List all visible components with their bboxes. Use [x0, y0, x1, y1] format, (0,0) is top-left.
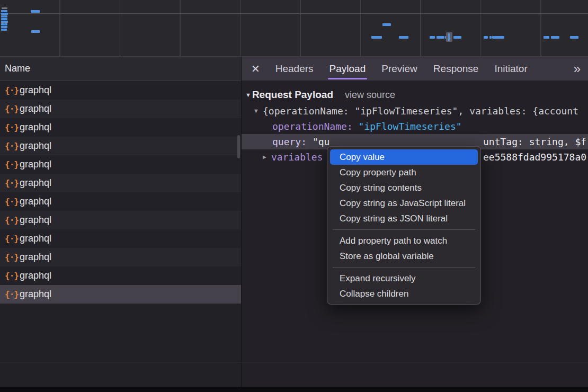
menu-separator: [333, 267, 475, 268]
request-name-label: graphql: [20, 196, 51, 207]
request-name-label: graphql: [20, 140, 51, 152]
menu-item-expand-recursively[interactable]: Expand recursively: [327, 271, 480, 286]
network-overview-timeline[interactable]: [0, 0, 588, 57]
section-title: Request Payload: [252, 89, 333, 101]
network-request-row[interactable]: {⋅}graphql: [0, 285, 241, 304]
request-name-label: graphql: [20, 270, 51, 281]
network-request-row[interactable]: {⋅}graphql: [0, 266, 241, 285]
network-request-row[interactable]: {⋅}graphql: [0, 229, 241, 248]
menu-item-copy-string-as-javascript-literal[interactable]: Copy string as JavaScript literal: [327, 195, 480, 211]
close-icon[interactable]: ✕: [251, 63, 260, 75]
menu-item-copy-value[interactable]: Copy value: [330, 149, 478, 165]
json-icon: {⋅}: [5, 178, 20, 188]
json-icon: {⋅}: [5, 271, 20, 281]
tab-payload[interactable]: Payload: [322, 57, 374, 81]
property-key: operationName:: [272, 121, 353, 132]
column-header-name[interactable]: Name: [0, 57, 241, 81]
request-payload-section-header: ▼ Request Payload view source: [242, 86, 588, 103]
json-icon: {⋅}: [5, 252, 20, 262]
request-name-label: graphql: [20, 215, 51, 226]
request-name-label: graphql: [20, 252, 51, 263]
request-timing-bar: [453, 36, 461, 39]
request-timing-bar: [1, 23, 7, 25]
request-name-label: graphql: [20, 289, 51, 300]
request-timing-bar: [570, 36, 578, 39]
column-header-label: Name: [5, 63, 30, 74]
request-timing-bar: [544, 36, 549, 39]
request-timing-bar: [1, 21, 8, 23]
request-timing-bar: [1, 26, 7, 28]
request-timing-bar: [551, 36, 559, 39]
marker-line-icon: [448, 33, 450, 41]
tab-response[interactable]: Response: [425, 57, 487, 81]
property-value-start: "qu: [313, 136, 330, 147]
menu-separator: [333, 229, 475, 230]
json-icon: {⋅}: [5, 104, 20, 114]
request-timing-bar: [371, 36, 382, 39]
network-request-row[interactable]: {⋅}graphql: [0, 174, 241, 192]
network-request-row[interactable]: {⋅}graphql: [0, 211, 241, 229]
request-timing-bar: [436, 36, 444, 39]
request-list-pane: Name {⋅}graphql{⋅}graphql{⋅}graphql{⋅}gr…: [0, 57, 241, 387]
tab-strip: HeadersPayloadPreviewResponseInitiator: [268, 57, 536, 81]
footer-separator: [0, 362, 588, 362]
menu-item-collapse-children[interactable]: Collapse children: [327, 286, 480, 301]
request-timing-bar: [382, 23, 391, 26]
more-tabs-icon[interactable]: »: [574, 61, 580, 76]
context-menu: Copy valueCopy property pathCopy string …: [327, 146, 481, 305]
menu-item-store-as-global-variable[interactable]: Store as global variable: [327, 248, 480, 264]
property-value: [353, 121, 359, 132]
json-icon: {⋅}: [5, 122, 20, 132]
payload-row-operation-name[interactable]: operationName: "ipFlowTimeseries": [242, 119, 588, 134]
request-timing-bar: [2, 7, 7, 9]
request-timing-bar: [31, 10, 40, 13]
property-key: query:: [272, 136, 307, 147]
window-bottom-edge: [0, 387, 588, 392]
json-icon: {⋅}: [5, 234, 20, 244]
view-source-link[interactable]: view source: [345, 90, 395, 101]
json-icon: {⋅}: [5, 85, 20, 95]
json-icon: {⋅}: [5, 289, 20, 299]
network-request-row[interactable]: {⋅}graphql: [0, 81, 241, 100]
menu-item-copy-string-as-json-literal[interactable]: Copy string as JSON literal: [327, 211, 480, 226]
network-request-row[interactable]: {⋅}graphql: [0, 100, 241, 118]
request-timing-bar: [492, 36, 504, 39]
request-timing-bar: [399, 36, 408, 39]
request-timing-bar: [1, 10, 7, 12]
request-name-label: graphql: [20, 159, 51, 170]
network-request-row[interactable]: {⋅}graphql: [0, 155, 241, 174]
scrollbar-thumb[interactable]: [237, 135, 240, 158]
request-timing-bar: [489, 36, 492, 39]
json-icon: {⋅}: [5, 197, 20, 207]
collapsed-triangle-icon[interactable]: ▶: [263, 154, 271, 161]
tab-initiator[interactable]: Initiator: [486, 57, 535, 81]
tab-headers[interactable]: Headers: [268, 57, 322, 81]
request-name-label: graphql: [20, 122, 51, 133]
request-timing-bar: [484, 36, 488, 39]
menu-item-add-property-path-to-watch[interactable]: Add property path to watch: [327, 233, 480, 248]
payload-summary-text: {operationName: "ipFlowTimeseries", vari…: [263, 105, 578, 117]
network-request-row[interactable]: {⋅}graphql: [0, 248, 241, 266]
property-value-continuation: untTag: string, $f: [483, 134, 586, 149]
property-value-continuation: ee5588fdad995178a0: [483, 149, 586, 165]
json-icon: {⋅}: [5, 159, 20, 170]
timeline-marker: [446, 32, 452, 42]
network-request-row[interactable]: {⋅}graphql: [0, 118, 241, 137]
json-icon: {⋅}: [5, 215, 20, 225]
payload-root-row[interactable]: ▼ {operationName: "ipFlowTimeseries", va…: [242, 103, 588, 119]
request-timing-bar: [1, 13, 8, 15]
expanded-triangle-icon[interactable]: ▼: [254, 108, 263, 114]
devtools-network-panel: Name {⋅}graphql{⋅}graphql{⋅}graphql{⋅}gr…: [0, 0, 588, 392]
menu-item-copy-property-path[interactable]: Copy property path: [327, 165, 480, 180]
tab-preview[interactable]: Preview: [373, 57, 425, 81]
request-timing-bar: [31, 30, 40, 33]
network-request-row[interactable]: {⋅}graphql: [0, 137, 241, 155]
request-timing-bar: [1, 18, 7, 20]
request-timing-bar: [430, 36, 435, 39]
network-request-row[interactable]: {⋅}graphql: [0, 192, 241, 211]
menu-item-copy-string-contents[interactable]: Copy string contents: [327, 180, 480, 195]
section-expanded-triangle-icon[interactable]: ▼: [245, 92, 251, 98]
request-name-label: graphql: [20, 103, 51, 114]
details-tab-bar: ✕ HeadersPayloadPreviewResponseInitiator…: [242, 57, 588, 81]
property-key: variables: [271, 152, 323, 163]
